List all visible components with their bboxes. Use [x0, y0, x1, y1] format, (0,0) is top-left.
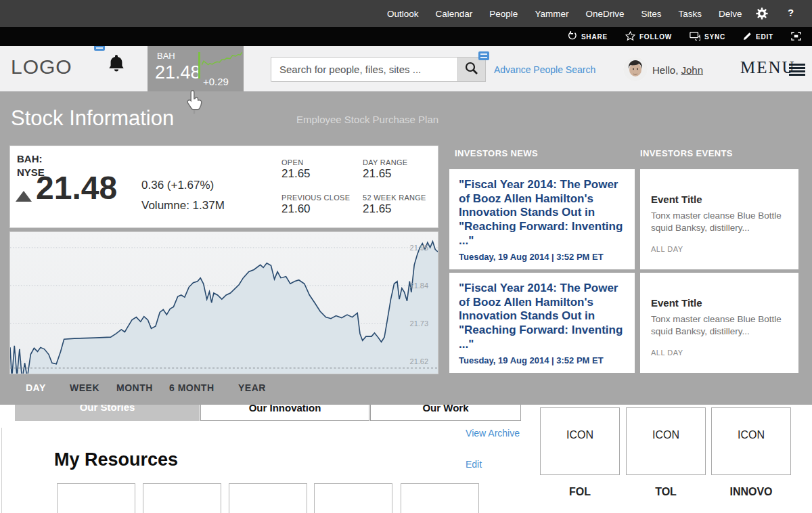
stat-prev-close-value: 21.60: [281, 202, 311, 216]
notification-bell-icon[interactable]: [106, 53, 127, 78]
quick-link-innovo-label: INNOVO: [711, 486, 791, 498]
resource-tile[interactable]: [229, 483, 307, 513]
quick-link-tol-label: TOL: [626, 486, 706, 498]
settings-gear-icon[interactable]: [756, 7, 768, 22]
news-card[interactable]: "Fiscal Year 2014: The Power of Booz All…: [449, 273, 635, 373]
edit-button[interactable]: EDIT: [743, 32, 773, 42]
user-avatar[interactable]: [623, 57, 648, 81]
suite-nav-yammer[interactable]: Yammer: [535, 9, 568, 19]
search-button[interactable]: [457, 57, 486, 82]
view-archive-link[interactable]: View Archive: [425, 428, 520, 439]
stat-52wk-range-value: 21.65: [363, 202, 392, 216]
suite-nav-outlook[interactable]: Outlook: [387, 9, 419, 19]
news-card[interactable]: "Fiscal Year 2014: The Power of Booz All…: [449, 169, 635, 269]
page-title: Stock Information: [11, 106, 174, 131]
news-title[interactable]: "Fiscal Year 2014: The Power of Booz All…: [459, 178, 625, 248]
page-subtitle: Employee Stock Purchase Plan: [296, 114, 438, 125]
event-time: ALL DAY: [651, 349, 788, 357]
ticker-change: +0.29: [203, 76, 229, 87]
help-button[interactable]: ?: [788, 7, 794, 18]
timeframe-year[interactable]: YEAR: [238, 382, 266, 393]
event-title: Event Title: [651, 194, 788, 205]
quick-link-fol-label: FOL: [540, 486, 620, 498]
timeframe-6month[interactable]: 6 MONTH: [169, 382, 215, 393]
resource-tile[interactable]: [57, 483, 135, 513]
screen: Outlook Calendar People Yammer OneDrive …: [0, 0, 812, 513]
resources-edit-link[interactable]: Edit: [466, 459, 482, 470]
sync-button[interactable]: SYNC: [690, 31, 725, 42]
magnifier-icon: [464, 61, 479, 79]
user-greeting: Hello, John: [652, 64, 703, 76]
ticker-price: 21.48: [155, 62, 201, 83]
stock-quote-card: BAH:NYSE 21.48 0.36 (+1.67%) Volumne: 1.…: [9, 146, 438, 228]
price-up-triangle-icon: [16, 191, 32, 202]
stock-ticker-widget[interactable]: BAH 21.48 +0.29: [148, 46, 244, 91]
star-icon: [625, 31, 635, 43]
menu-label[interactable]: MENU: [740, 58, 796, 77]
user-name-link[interactable]: John: [681, 64, 704, 76]
chart-area: [10, 242, 438, 374]
resource-tile[interactable]: [401, 483, 479, 513]
follow-button[interactable]: FOLLOW: [625, 31, 672, 43]
quick-link-fol[interactable]: ICON: [540, 407, 620, 475]
stat-day-range-label: DAY RANGE: [363, 158, 407, 166]
event-card[interactable]: Event Title Tonx master cleanse Blue Bot…: [640, 169, 798, 269]
svg-text:21.73: 21.73: [410, 319, 428, 328]
follow-label: FOLLOW: [639, 33, 672, 41]
timeframe-tabs: DAY WEEK MONTH 6 MONTH YEAR: [9, 382, 438, 399]
investors-news-heading: INVESTORS NEWS: [455, 148, 538, 158]
stock-information-band: Stock Information Employee Stock Purchas…: [0, 91, 812, 405]
pencil-icon: [743, 32, 752, 42]
resource-tile[interactable]: [314, 483, 392, 513]
suite-nav-calendar[interactable]: Calendar: [436, 9, 473, 19]
content-divider: [1, 428, 2, 513]
quick-link-tol[interactable]: ICON: [626, 407, 706, 475]
investors-events-heading: INVESTORS EVENTS: [640, 148, 733, 158]
suite-bar: Outlook Calendar People Yammer OneDrive …: [0, 0, 812, 27]
timeframe-day[interactable]: DAY: [26, 382, 46, 393]
site-logo[interactable]: LOGO: [11, 55, 72, 79]
quote-price: 21.48: [36, 169, 117, 206]
event-time: ALL DAY: [651, 245, 788, 253]
suite-nav: Outlook Calendar People Yammer OneDrive …: [387, 0, 742, 27]
ticker-accent-bar: [198, 52, 200, 79]
event-title: Event Title: [651, 297, 788, 309]
suite-nav-people[interactable]: People: [489, 9, 518, 19]
ticker-sparkline: [202, 49, 242, 75]
greeting-prefix: Hello,: [652, 64, 681, 76]
site-header: LOGO BAH 21.48 +0.29 Advance People Sear…: [0, 46, 812, 91]
news-date: Tuesday, 19 Aug 2014 | 3:52 PM ET: [459, 355, 604, 365]
news-title[interactable]: "Fiscal Year 2014: The Power of Booz All…: [459, 282, 625, 352]
mouse-cursor: [185, 89, 204, 116]
hamburger-menu-icon[interactable]: [789, 64, 805, 77]
stat-day-range-value: 21.65: [363, 167, 392, 181]
focus-mode-button[interactable]: [791, 32, 801, 42]
stat-open-value: 21.65: [281, 167, 311, 181]
svg-text:21.62: 21.62: [410, 357, 428, 365]
timeframe-month[interactable]: MONTH: [116, 382, 153, 393]
share-label: SHARE: [581, 33, 608, 41]
news-date: Tuesday, 19 Aug 2014 | 3:52 PM ET: [459, 252, 604, 262]
suite-nav-tasks[interactable]: Tasks: [678, 9, 702, 19]
advanced-people-search-link[interactable]: Advance People Search: [494, 64, 595, 75]
suite-nav-sites[interactable]: Sites: [641, 9, 661, 19]
suite-nav-onedrive[interactable]: OneDrive: [585, 9, 624, 19]
event-card[interactable]: Event Title Tonx master cleanse Blue Bot…: [640, 273, 798, 373]
sync-label: SYNC: [704, 33, 725, 41]
suite-nav-delve[interactable]: Delve: [719, 9, 742, 19]
share-button[interactable]: SHARE: [568, 31, 608, 42]
event-description: Tonx master cleanse Blue Bottle squid Ba…: [651, 313, 788, 338]
stock-price-chart: 21.9521.8421.7321.62: [9, 231, 438, 374]
webpart-edit-icon[interactable]: [478, 51, 489, 60]
quote-volume: Volumne: 1.37M: [141, 199, 225, 213]
timeframe-week[interactable]: WEEK: [70, 382, 99, 393]
search-input[interactable]: [271, 57, 457, 82]
svg-text:21.95: 21.95: [410, 244, 428, 252]
quote-change: 0.36 (+1.67%): [141, 179, 214, 192]
quick-link-innovo[interactable]: ICON: [711, 407, 791, 475]
ticker-sparkline-path: [202, 52, 242, 65]
stat-prev-close-label: PREVIOUS CLOSE: [281, 194, 350, 202]
ribbon-bar: SHARE FOLLOW SYNC EDIT: [0, 27, 812, 46]
resource-tile[interactable]: [143, 483, 221, 513]
stat-open-label: OPEN: [281, 158, 303, 166]
